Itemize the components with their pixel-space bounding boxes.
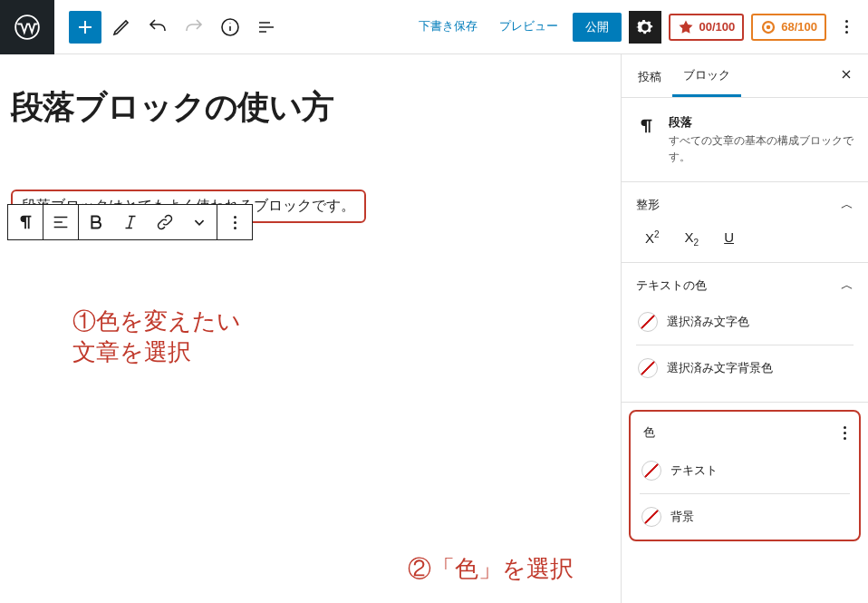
panel-format-header[interactable]: 整形 ︿: [636, 197, 854, 213]
swatch-icon: [641, 461, 661, 481]
panel-color-header[interactable]: 色: [640, 421, 850, 452]
save-draft-button[interactable]: 下書き保存: [411, 14, 485, 40]
more-menu-button[interactable]: [834, 11, 859, 44]
chevron-up-icon: ︿: [841, 197, 854, 213]
chevron-up-icon: ︿: [841, 277, 854, 294]
add-block-button[interactable]: [69, 11, 101, 44]
panel-textcolor: テキストの色 ︿ 選択済み文字色 選択済み文字背景色: [622, 263, 868, 403]
svg-point-0: [15, 15, 39, 39]
score-orange-icon: [760, 19, 776, 35]
tab-block[interactable]: ブロック: [672, 54, 741, 97]
panel-color: 色 テキスト 背景: [629, 410, 861, 541]
swatch-icon: [638, 358, 658, 378]
editor-canvas: 段落ブロックの使い方: [0, 54, 622, 603]
undo-icon: [147, 16, 169, 38]
seo-score-orange[interactable]: 68/100: [751, 14, 826, 41]
block-toolbar: [7, 204, 253, 240]
more-vertical-icon: [234, 216, 236, 229]
swatch-icon: [638, 312, 658, 332]
score-red-value: 00/100: [699, 20, 735, 34]
info-icon: [219, 16, 241, 38]
score-red-icon: [678, 19, 694, 35]
undo-button[interactable]: [141, 11, 174, 44]
outline-button[interactable]: [250, 11, 283, 44]
publish-button[interactable]: 公開: [573, 13, 622, 42]
align-icon: [51, 212, 71, 232]
redo-button[interactable]: [178, 11, 210, 44]
tab-post[interactable]: 投稿: [627, 56, 672, 96]
edit-mode-button[interactable]: [105, 11, 138, 44]
more-vertical-icon: [844, 426, 846, 440]
pencil-icon: [111, 16, 132, 38]
plus-icon: [74, 16, 96, 38]
paragraph-icon: [636, 116, 656, 136]
link-button[interactable]: [148, 205, 182, 239]
redo-icon: [183, 16, 205, 38]
wordpress-icon: [14, 15, 40, 40]
wordpress-logo[interactable]: [0, 0, 54, 54]
settings-sidebar: 投稿 ブロック 段落 すべての文章の基本の構成ブロックです。 整形 ︿ X2: [622, 54, 868, 603]
block-info: 段落 すべての文章の基本の構成ブロックです。: [622, 98, 868, 182]
gear-icon: [635, 17, 655, 37]
more-format-button[interactable]: [182, 205, 217, 239]
option-selected-bg-color[interactable]: 選択済み文字背景色: [636, 349, 854, 387]
paragraph-icon: [15, 212, 35, 232]
close-sidebar-button[interactable]: [830, 56, 863, 96]
italic-icon: [121, 212, 140, 232]
underline-button[interactable]: U: [724, 229, 734, 248]
annotation-1: ①色を変えたい 文章を選択: [72, 306, 241, 368]
bold-icon: [86, 212, 106, 232]
swatch-icon: [641, 507, 661, 527]
settings-button[interactable]: [629, 11, 661, 44]
block-desc-label: すべての文章の基本の構成ブロックです。: [669, 132, 854, 165]
superscript-button[interactable]: X2: [645, 229, 660, 248]
sidebar-tabs: 投稿 ブロック: [622, 54, 868, 98]
post-title[interactable]: 段落ブロックの使い方: [11, 76, 621, 130]
info-button[interactable]: [214, 11, 246, 44]
svg-point-3: [767, 24, 771, 29]
panel-format: 整形 ︿ X2 X2 U: [622, 182, 868, 263]
score-orange-value: 68/100: [781, 20, 817, 34]
italic-button[interactable]: [113, 205, 148, 239]
bold-button[interactable]: [79, 205, 113, 239]
panel-textcolor-header[interactable]: テキストの色 ︿: [636, 277, 854, 294]
align-button[interactable]: [43, 205, 78, 239]
close-icon: [839, 67, 854, 82]
preview-button[interactable]: プレビュー: [492, 14, 565, 40]
annotation-2: ②「色」を選択: [408, 553, 574, 585]
block-type-button[interactable]: [8, 205, 43, 239]
top-toolbar: 下書き保存 プレビュー 公開 00/100 68/100: [0, 0, 868, 54]
list-icon: [256, 16, 277, 38]
more-vertical-icon: [845, 20, 848, 34]
chevron-down-icon: [189, 212, 209, 232]
option-bg-color[interactable]: 背景: [640, 498, 850, 536]
block-name-label: 段落: [669, 114, 854, 131]
block-options-button[interactable]: [217, 205, 252, 239]
seo-score-red[interactable]: 00/100: [669, 14, 744, 41]
option-selected-text-color[interactable]: 選択済み文字色: [636, 303, 854, 341]
subscript-button[interactable]: X2: [685, 229, 699, 248]
link-icon: [155, 212, 175, 232]
option-text-color[interactable]: テキスト: [640, 452, 850, 490]
